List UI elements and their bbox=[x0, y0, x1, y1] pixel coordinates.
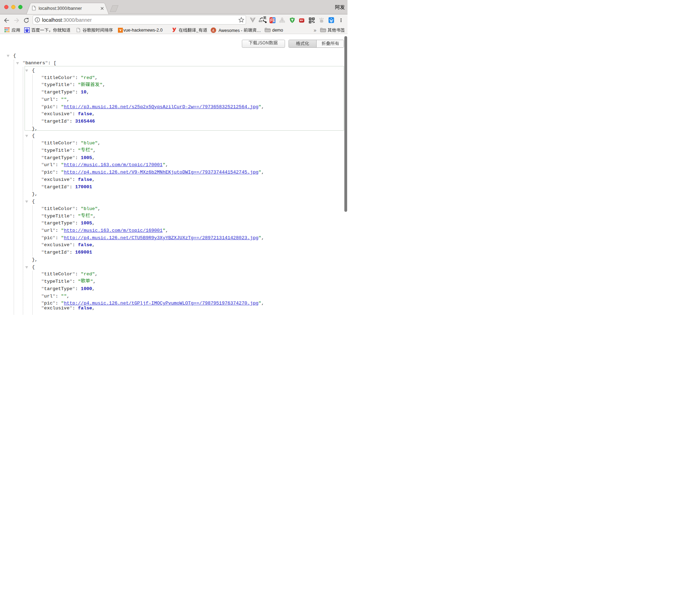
svg-text:A: A bbox=[212, 28, 214, 32]
svg-text:FE: FE bbox=[270, 18, 275, 23]
